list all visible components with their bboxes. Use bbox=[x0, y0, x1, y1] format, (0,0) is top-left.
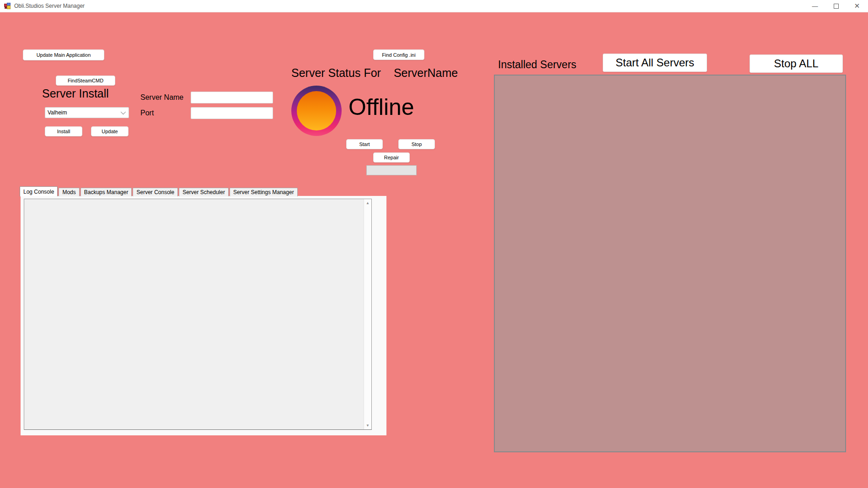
server-install-heading: Server Install bbox=[42, 87, 109, 100]
server-manager-window: Obli.Studios Server Manager — ✕ Update M… bbox=[0, 0, 868, 488]
scroll-up-icon[interactable]: ▲ bbox=[364, 199, 371, 207]
stop-all-button[interactable]: Stop ALL bbox=[750, 54, 843, 73]
repair-button[interactable]: Repair bbox=[373, 152, 410, 163]
maximize-button[interactable] bbox=[827, 0, 845, 12]
tab-server-console[interactable]: Server Console bbox=[133, 188, 178, 196]
start-all-servers-button[interactable]: Start All Servers bbox=[603, 54, 707, 72]
server-status-heading-prefix: Server Status For bbox=[291, 66, 381, 79]
port-field[interactable] bbox=[191, 107, 273, 119]
tabstrip: Log Console Mods Backups Manager Server … bbox=[20, 186, 299, 196]
scroll-down-icon[interactable]: ▼ bbox=[364, 422, 371, 429]
log-console-output[interactable]: ▲ ▼ bbox=[24, 199, 372, 430]
close-button[interactable]: ✕ bbox=[848, 0, 866, 12]
game-select-value: Valheim bbox=[45, 109, 121, 116]
tab-server-scheduler[interactable]: Server Scheduler bbox=[179, 188, 229, 196]
status-label: Offline bbox=[348, 94, 414, 120]
installed-servers-heading: Installed Servers bbox=[498, 59, 576, 71]
chevron-down-icon bbox=[121, 109, 126, 114]
log-console-tabpage: ▲ ▼ bbox=[21, 196, 386, 435]
window-title: Obli.Studios Server Manager bbox=[14, 3, 85, 9]
titlebar: Obli.Studios Server Manager — ✕ bbox=[0, 0, 868, 12]
game-select[interactable]: Valheim bbox=[45, 107, 129, 118]
tab-log-console[interactable]: Log Console bbox=[20, 186, 58, 196]
server-status-servername: ServerName bbox=[394, 66, 458, 79]
tab-mods[interactable]: Mods bbox=[59, 188, 79, 196]
start-button[interactable]: Start bbox=[346, 139, 383, 149]
progress-bar bbox=[366, 165, 417, 175]
tab-backups-manager[interactable]: Backups Manager bbox=[80, 188, 132, 196]
minimize-icon: — bbox=[812, 3, 818, 10]
stop-button[interactable]: Stop bbox=[398, 139, 435, 149]
status-indicator-icon bbox=[291, 86, 342, 136]
app-icon bbox=[4, 3, 11, 10]
update-button[interactable]: Update bbox=[91, 126, 129, 136]
server-name-label: Server Name bbox=[140, 93, 183, 102]
installed-servers-list[interactable] bbox=[494, 75, 846, 452]
minimize-button[interactable]: — bbox=[806, 0, 824, 12]
port-label: Port bbox=[140, 109, 154, 117]
update-main-application-button[interactable]: Update Main Application bbox=[23, 49, 104, 60]
maximize-icon bbox=[834, 4, 839, 9]
server-status-heading: Server Status ForServerName bbox=[291, 66, 458, 80]
tab-server-settings-manager[interactable]: Server Settings Manager bbox=[230, 188, 298, 196]
server-name-field[interactable] bbox=[191, 92, 273, 103]
install-button[interactable]: Install bbox=[45, 126, 82, 136]
findsteamcmd-button[interactable]: FindSteamCMD bbox=[56, 76, 115, 86]
find-config-ini-button[interactable]: Find Config .ini bbox=[373, 49, 424, 60]
log-console-scrollbar[interactable]: ▲ ▼ bbox=[364, 199, 371, 429]
close-icon: ✕ bbox=[854, 2, 860, 10]
